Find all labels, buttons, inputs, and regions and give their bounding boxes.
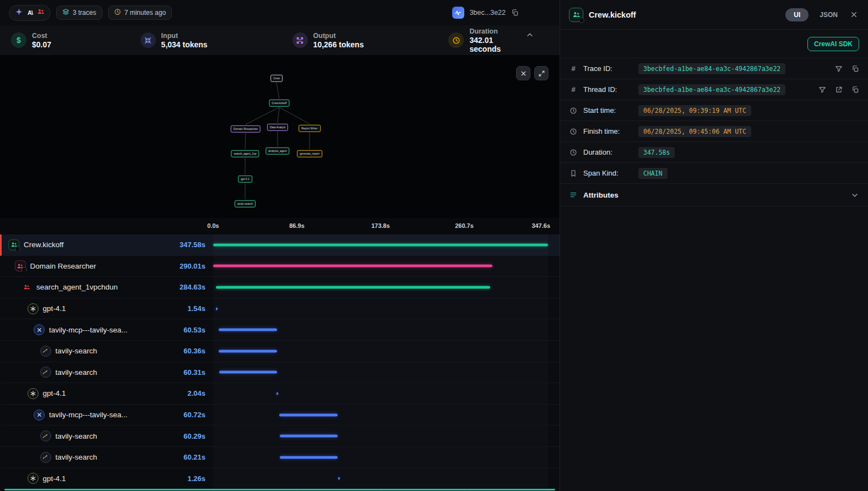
- span-track: [213, 341, 548, 362]
- waterfall-row[interactable]: tavily-mcp---tavily-sea...60.53s: [0, 319, 560, 341]
- span-duration: 347.58s: [167, 241, 213, 249]
- span-name: tavily-search: [56, 368, 97, 377]
- field-row-start-time: Start time: 06/28/2025, 09:39:19 AM UTC: [560, 100, 868, 121]
- tab-json[interactable]: JSON: [814, 8, 843, 21]
- crewai-span-icon: [569, 8, 583, 22]
- clock-icon: [569, 107, 578, 114]
- graph-node[interactable]: Domain Researcher: [231, 126, 261, 133]
- filter-icon[interactable]: [818, 86, 826, 94]
- span-bar: [219, 329, 277, 331]
- graph-node[interactable]: gpt-4.1: [238, 176, 252, 183]
- axis-tick-label: 0.0s: [207, 222, 219, 229]
- sdk-row: CrewAI SDK: [560, 30, 868, 58]
- span-bar: [276, 392, 279, 395]
- waterfall-body: Crew.kickoff347.58sDomain Researcher290.…: [0, 234, 560, 491]
- hash-icon: #: [569, 85, 578, 94]
- stat-unit: seconds: [469, 45, 501, 53]
- time-ago-label: 7 minutes ago: [124, 9, 166, 17]
- duration-value: 347.58s: [638, 147, 675, 158]
- stat-output: Output 10,266 tokens: [292, 32, 449, 49]
- app: A\ 3 traces 7 minutes ago 3bec...3e22 $: [0, 0, 868, 491]
- external-link-icon[interactable]: [835, 86, 843, 94]
- expand-graph-button[interactable]: [534, 66, 549, 80]
- span-track: [213, 256, 548, 277]
- clock-icon: [569, 149, 578, 156]
- activity-button[interactable]: [452, 7, 464, 19]
- field-row-duration: Duration: 347.58s: [560, 142, 868, 163]
- span-duration: 290.01s: [167, 262, 213, 270]
- trace-id-short: 3bec...3e22: [470, 9, 506, 17]
- waterfall-row[interactable]: tavily-search60.36s: [0, 341, 560, 362]
- field-label: Duration:: [583, 148, 633, 156]
- tab-ui[interactable]: UI: [785, 8, 809, 21]
- waterfall-row[interactable]: Domain Researcher290.01s: [0, 256, 560, 277]
- tools-icon: [34, 410, 45, 421]
- span-bar: [213, 243, 548, 246]
- stat-label: Cost: [32, 32, 51, 40]
- span-track: [213, 234, 548, 255]
- route-icon: [40, 346, 51, 357]
- close-graph-button[interactable]: [516, 66, 530, 80]
- span-bar: [279, 413, 338, 416]
- waterfall-row[interactable]: tavily-search60.21s: [0, 447, 560, 468]
- graph-edge: [279, 107, 310, 124]
- span-track: [213, 383, 548, 404]
- graph-node[interactable]: Report Writer: [299, 125, 321, 132]
- graph-node[interactable]: Crew.kickoff: [269, 100, 290, 107]
- waterfall-row[interactable]: Crew.kickoff347.58s: [0, 234, 560, 256]
- graph-node[interactable]: Data Analyst: [267, 124, 288, 131]
- waterfall-row[interactable]: search_agent_1vpchdun284.63s: [0, 277, 560, 298]
- graph-node[interactable]: analysis_agent: [265, 148, 289, 155]
- stat-value: 10,266: [313, 40, 337, 49]
- openai-icon: [28, 388, 39, 399]
- waterfall-row[interactable]: tavily-mcp---tavily-sea...60.72s: [0, 405, 560, 426]
- waterfall-row[interactable]: tavily-search60.31s: [0, 362, 560, 384]
- graph-node[interactable]: generate_report: [297, 150, 322, 157]
- field-label: Trace ID:: [583, 64, 633, 73]
- stat-value: $0.07: [32, 40, 51, 49]
- timeline-axis: 0.0s86.9s173.8s260.7s347.6s: [213, 218, 548, 234]
- provider-logos[interactable]: A\: [9, 5, 51, 21]
- collapse-chevron-icon[interactable]: [525, 31, 534, 40]
- span-duration: 60.21s: [167, 453, 213, 461]
- waterfall-row[interactable]: gpt-4.12.04s: [0, 383, 560, 405]
- span-duration: 60.53s: [167, 326, 213, 334]
- span-name: tavily-search: [56, 432, 97, 440]
- span-name: tavily-mcp---tavily-sea...: [49, 411, 128, 419]
- stats-bar: $ Cost $0.07 Input 5,034 tokens Output 1…: [0, 25, 560, 55]
- span-name: tavily-search: [56, 453, 97, 461]
- waterfall-row[interactable]: tavily-search60.29s: [0, 425, 560, 447]
- graph-node[interactable]: search_agent_1vp: [231, 150, 259, 157]
- clock-icon: [114, 8, 121, 17]
- attributes-header[interactable]: Attributes: [560, 184, 868, 206]
- stat-label: Output: [313, 32, 364, 40]
- copy-icon[interactable]: [851, 65, 859, 73]
- filter-icon[interactable]: [835, 65, 843, 73]
- traces-count-badge[interactable]: 3 traces: [56, 6, 102, 20]
- span-duration: 1.54s: [167, 304, 213, 313]
- span-track: [213, 468, 548, 489]
- panel-title: Crew.kickoff: [589, 10, 636, 19]
- input-tokens-icon: [140, 32, 156, 48]
- layers-icon: [62, 8, 69, 17]
- graph-node[interactable]: tavily-search: [235, 200, 256, 208]
- waterfall-rows: Crew.kickoff347.58sDomain Researcher290.…: [0, 234, 560, 489]
- graph-edge: [276, 83, 279, 99]
- horizontal-scrollbar[interactable]: [4, 489, 555, 490]
- copy-icon[interactable]: [511, 9, 519, 17]
- tools-icon: [34, 324, 45, 335]
- stat-duration: Duration 342.01 seconds: [448, 28, 525, 53]
- span-track: [213, 425, 548, 446]
- copy-icon[interactable]: [851, 86, 859, 94]
- graph-node[interactable]: Crew: [270, 75, 283, 82]
- route-icon: [40, 430, 51, 441]
- crewai-icon: [8, 239, 19, 250]
- waterfall-row[interactable]: gpt-4.11.54s: [0, 298, 560, 320]
- trace-graph: CrewCrew.kickoffDomain ResearcherData An…: [0, 55, 560, 218]
- attributes-label: Attributes: [583, 191, 619, 199]
- waterfall-row[interactable]: gpt-4.11.26s: [0, 468, 560, 490]
- close-panel-button[interactable]: [849, 10, 859, 19]
- span-bar: [280, 435, 338, 438]
- span-name: tavily-search: [56, 347, 97, 355]
- field-label: Span Kind:: [583, 169, 633, 177]
